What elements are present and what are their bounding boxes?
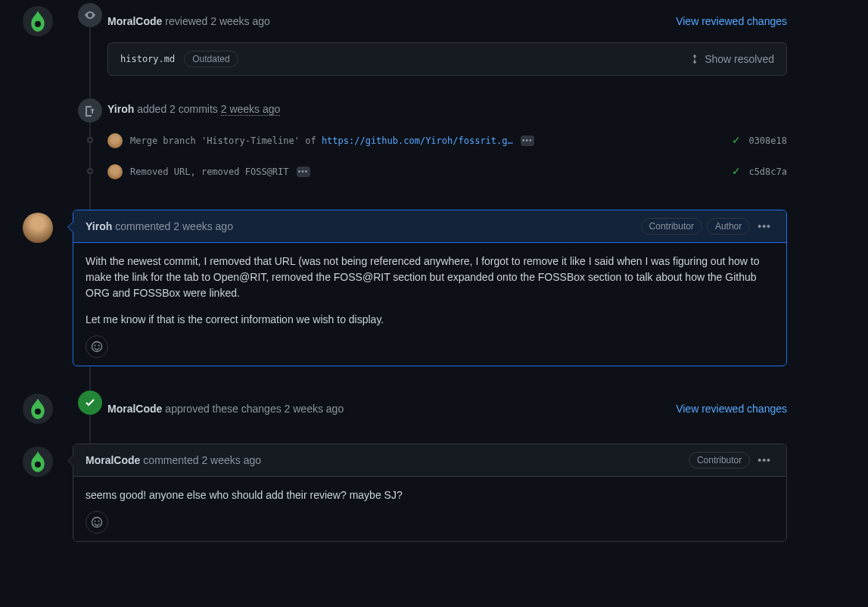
svg-point-9 — [98, 521, 100, 522]
approve-action: approved these changes 2 weeks ago — [165, 401, 344, 417]
flame-icon — [30, 398, 45, 419]
user-avatar-moralcode[interactable] — [23, 447, 53, 477]
review-file-box: history.md Outdated Show resolved — [107, 42, 787, 76]
caret-icon — [67, 455, 73, 467]
commit-avatar[interactable] — [107, 133, 123, 148]
user-avatar-moralcode[interactable] — [23, 394, 53, 424]
commit-dot-icon — [87, 168, 93, 174]
unfold-icon — [689, 54, 700, 64]
comment-user[interactable]: Yiroh — [86, 219, 112, 235]
check-icon[interactable]: ✓ — [732, 132, 741, 148]
file-name[interactable]: history.md — [120, 52, 175, 66]
commit-avatar[interactable] — [107, 164, 123, 179]
commit-sha[interactable]: 0308e18 — [748, 134, 787, 148]
smile-icon — [91, 341, 103, 353]
commit-dot-icon — [87, 137, 93, 143]
svg-point-1 — [89, 14, 92, 17]
commit-message[interactable]: Merge branch 'History-Timeline' of https… — [130, 134, 513, 148]
expand-commit-message[interactable]: ••• — [521, 135, 534, 146]
svg-point-4 — [98, 345, 100, 347]
commits-user[interactable]: Yiroh — [107, 101, 134, 117]
review-user[interactable]: MoralCode — [107, 14, 162, 30]
approved-badge — [78, 391, 102, 415]
repo-push-icon — [84, 104, 96, 117]
svg-point-8 — [95, 521, 96, 522]
view-reviewed-changes-link[interactable]: View reviewed changes — [676, 401, 787, 417]
comment-body: seems good! anyone else who should add t… — [73, 477, 786, 541]
add-reaction-button[interactable] — [86, 511, 108, 534]
user-avatar-yiroh[interactable] — [23, 213, 53, 243]
flame-icon — [30, 451, 45, 472]
push-badge — [78, 98, 102, 123]
author-badge: Author — [707, 218, 750, 235]
review-badge — [78, 3, 102, 27]
commits-block: Yiroh added 2 commits 2 weeks ago Merge … — [23, 101, 787, 179]
show-resolved-label: Show resolved — [705, 51, 774, 67]
check-icon — [84, 397, 96, 409]
commit-message[interactable]: Removed URL, removed FOSS@RIT — [130, 165, 289, 179]
eye-icon — [84, 9, 96, 21]
comment-text: seems good! anyone else who should add t… — [86, 487, 774, 503]
commits-action: added 2 commits 2 weeks ago — [137, 101, 280, 117]
flame-icon — [30, 11, 45, 32]
add-reaction-button[interactable] — [86, 335, 108, 358]
smile-icon — [91, 516, 103, 528]
commit-sha[interactable]: c5d8c7a — [748, 165, 787, 179]
view-reviewed-changes-link[interactable]: View reviewed changes — [676, 14, 787, 30]
expand-commit-message[interactable]: ••• — [297, 167, 310, 177]
comment-menu-button[interactable]: ••• — [754, 219, 774, 235]
comment-text: With the newest commit, I removed that U… — [86, 254, 774, 301]
svg-point-6 — [35, 462, 41, 468]
commit-row: Merge branch 'History-Timeline' of https… — [77, 132, 787, 148]
caret-icon — [67, 221, 73, 233]
approve-event: MoralCode approved these changes 2 weeks… — [23, 400, 787, 418]
svg-point-0 — [35, 21, 41, 27]
user-avatar-moralcode[interactable] — [23, 6, 53, 36]
comment-body: With the newest commit, I removed that U… — [73, 243, 786, 366]
comment: MoralCode commented 2 weeks ago Contribu… — [23, 444, 787, 542]
comment-menu-button[interactable]: ••• — [754, 453, 774, 468]
comment-action: commented 2 weeks ago — [115, 219, 233, 235]
comment-action: commented 2 weeks ago — [143, 453, 261, 468]
contributor-badge: Contributor — [689, 452, 750, 468]
review-event: MoralCode reviewed 2 weeks ago View revi… — [23, 12, 787, 76]
commit-row: Removed URL, removed FOSS@RIT ••• ✓ c5d8… — [77, 163, 787, 179]
approve-user[interactable]: MoralCode — [107, 401, 162, 417]
comment-box: MoralCode commented 2 weeks ago Contribu… — [73, 444, 787, 542]
comment-header: MoralCode commented 2 weeks ago Contribu… — [73, 444, 786, 477]
svg-point-5 — [35, 409, 41, 415]
comment-user[interactable]: MoralCode — [86, 453, 140, 468]
check-icon[interactable]: ✓ — [732, 163, 741, 179]
comment-text: Let me know if that is the correct infor… — [86, 312, 774, 328]
comment-box: Yiroh commented 2 weeks ago Contributor … — [73, 210, 787, 366]
contributor-badge: Contributor — [641, 218, 702, 235]
outdated-badge: Outdated — [184, 51, 238, 67]
svg-point-3 — [95, 345, 96, 347]
comment-header: Yiroh commented 2 weeks ago Contributor … — [73, 210, 786, 243]
review-action: reviewed 2 weeks ago — [165, 14, 270, 30]
comment: Yiroh commented 2 weeks ago Contributor … — [23, 210, 787, 366]
show-resolved-toggle[interactable]: Show resolved — [689, 51, 774, 67]
